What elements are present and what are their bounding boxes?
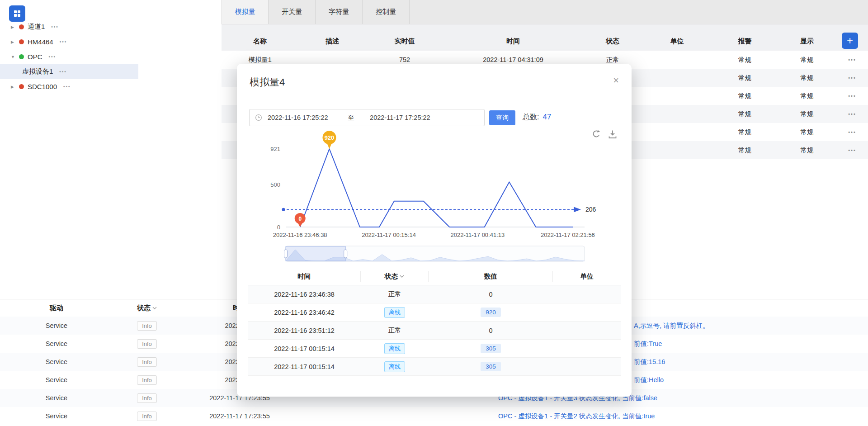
- total-count: 总数:47: [523, 113, 551, 122]
- history-row[interactable]: 2022-11-16 23:51:12 正常 0: [248, 322, 621, 340]
- tree-item-hm4464[interactable]: ▶ HM4464 •••: [0, 34, 138, 49]
- cell-status: 正常: [583, 56, 642, 64]
- tab-switch[interactable]: 开关量: [269, 0, 316, 24]
- svg-text:2022-11-16 23:46:38: 2022-11-16 23:46:38: [273, 232, 327, 238]
- tree-item-sdc1000[interactable]: ▶ SDC1000 •••: [0, 79, 138, 94]
- more-actions-icon[interactable]: •••: [49, 54, 57, 59]
- history-line-chart[interactable]: 05009212022-11-16 23:46:382022-11-17 00:…: [246, 125, 621, 265]
- history-dialog: 模拟量4 × 2022-11-16 17:25:22 至 2022-11-17 …: [237, 64, 632, 397]
- tab-string[interactable]: 字符量: [316, 0, 363, 24]
- history-chart[interactable]: 05009212022-11-16 23:46:382022-11-17 00:…: [246, 125, 621, 265]
- cell-driver: Service: [0, 412, 113, 420]
- col-driver: 驱动: [0, 304, 113, 312]
- col-name: 名称: [222, 37, 298, 46]
- col-alarm: 报警: [712, 37, 778, 46]
- caret-right-icon[interactable]: ▶: [11, 85, 19, 89]
- status-dot-red-icon: [19, 39, 24, 44]
- chevron-down-icon[interactable]: [152, 307, 157, 309]
- date-range-picker[interactable]: 2022-11-16 17:25:22 至 2022-11-17 17:25:2…: [249, 109, 485, 126]
- tree-item-label: 虚拟设备1: [22, 67, 53, 76]
- cell-log-time: 2022-11-17 17:23:55: [181, 412, 298, 420]
- status-badge: 离线: [384, 343, 405, 354]
- row-more-icon[interactable]: •••: [836, 93, 868, 99]
- svg-text:920: 920: [325, 134, 335, 141]
- svg-text:2022-11-17 00:15:14: 2022-11-17 00:15:14: [362, 232, 416, 238]
- log-message-link[interactable]: 前值:Hello: [634, 376, 664, 384]
- cell-status: 正常: [361, 326, 429, 335]
- more-actions-icon[interactable]: •••: [60, 39, 67, 44]
- cell-time: 2022-11-17 04:31:09: [443, 56, 583, 63]
- caret-right-icon[interactable]: ▶: [11, 40, 19, 44]
- caret-down-icon[interactable]: ▼: [11, 55, 19, 59]
- cell-display: 常规: [778, 128, 836, 137]
- col-status: 状态: [583, 37, 642, 46]
- row-more-icon[interactable]: •••: [836, 57, 868, 62]
- chevron-down-icon[interactable]: [400, 275, 404, 278]
- log-message-link[interactable]: 前值:True: [634, 340, 662, 348]
- add-point-button[interactable]: +: [842, 33, 858, 49]
- cell-display: 常规: [778, 92, 836, 100]
- range-start[interactable]: 2022-11-16 17:25:22: [268, 114, 328, 121]
- cell-driver: Service: [0, 376, 113, 383]
- cell-value: 0: [429, 327, 553, 334]
- points-table-header: 名称 描述 实时值 时间 状态 单位 报警 显示: [222, 24, 868, 51]
- log-message-link[interactable]: A,示逗号, 请前置反斜杠。: [634, 322, 709, 330]
- cell-alarm: 常规: [712, 146, 778, 155]
- tab-bar: 模拟量 开关量 字符量 控制量: [222, 0, 868, 24]
- query-button[interactable]: 查询: [489, 110, 515, 125]
- cell-driver: Service: [0, 322, 113, 329]
- log-message-link[interactable]: 前值:15.16: [634, 358, 665, 366]
- history-row[interactable]: 2022-11-17 00:15:14 离线 305: [248, 358, 621, 376]
- range-separator: 至: [348, 114, 355, 122]
- col-level: 状态: [113, 304, 181, 312]
- col-unit: 单位: [553, 271, 621, 282]
- tab-control[interactable]: 控制量: [363, 0, 410, 24]
- close-icon[interactable]: ×: [613, 75, 619, 86]
- cell-display: 常规: [778, 56, 836, 64]
- svg-text:2022-11-17 00:41:13: 2022-11-17 00:41:13: [450, 232, 505, 238]
- value-badge: 305: [481, 344, 501, 353]
- row-more-icon[interactable]: •••: [836, 129, 868, 135]
- tree-item-label: SDC1000: [28, 83, 57, 90]
- status-badge: 离线: [384, 307, 405, 318]
- range-end[interactable]: 2022-11-17 17:25:22: [370, 114, 430, 121]
- history-row[interactable]: 2022-11-17 00:15:14 离线 305: [248, 340, 621, 358]
- history-table: 时间 状态 数值 单位 2022-11-16 23:46:38 正常 0 202…: [248, 267, 621, 376]
- cell-name: 模拟量1: [222, 56, 298, 64]
- level-badge: Info: [137, 321, 157, 331]
- cell-status: 正常: [361, 290, 429, 298]
- cell-driver: Service: [0, 358, 113, 365]
- history-row[interactable]: 2022-11-16 23:46:42 离线 920: [248, 303, 621, 322]
- caret-right-icon[interactable]: ▶: [11, 25, 19, 29]
- col-unit: 单位: [642, 37, 712, 46]
- row-more-icon[interactable]: •••: [836, 75, 868, 80]
- cell-alarm: 常规: [712, 74, 778, 82]
- tab-analog[interactable]: 模拟量: [222, 0, 269, 24]
- svg-text:0: 0: [298, 216, 302, 222]
- log-row[interactable]: Service Info 2022-11-17 17:23:55 OPC - 虚…: [0, 407, 868, 425]
- level-badge: Info: [137, 393, 157, 403]
- level-badge: Info: [137, 339, 157, 349]
- history-row[interactable]: 2022-11-16 23:46:38 正常 0: [248, 285, 621, 303]
- tree-item-channel1[interactable]: ▶ 通道1 •••: [0, 19, 138, 34]
- tree-item-opc[interactable]: ▼ OPC •••: [0, 49, 138, 64]
- cell-value: 752: [366, 56, 443, 63]
- cell-alarm: 常规: [712, 128, 778, 137]
- col-status: 状态: [361, 271, 429, 282]
- value-badge: 305: [481, 362, 501, 371]
- row-more-icon[interactable]: •••: [836, 111, 868, 117]
- cell-time: 2022-11-17 00:15:14: [248, 363, 361, 370]
- more-actions-icon[interactable]: •••: [63, 84, 71, 89]
- log-message-link[interactable]: OPC - 虚拟设备1 - 开关量2 状态发生变化, 当前值:true: [498, 412, 655, 421]
- tree-item-label: HM4464: [28, 38, 53, 46]
- tree-item-virtual-device1[interactable]: 虚拟设备1 •••: [0, 64, 138, 79]
- status-dot-red-icon: [19, 24, 24, 29]
- col-value: 数值: [429, 271, 553, 282]
- cell-alarm: 常规: [712, 56, 778, 64]
- row-more-icon[interactable]: •••: [836, 147, 868, 153]
- more-actions-icon[interactable]: •••: [51, 24, 59, 29]
- status-badge: 离线: [384, 361, 405, 372]
- more-actions-icon[interactable]: •••: [59, 69, 67, 74]
- col-display: 显示: [778, 37, 836, 46]
- cell-alarm: 常规: [712, 92, 778, 100]
